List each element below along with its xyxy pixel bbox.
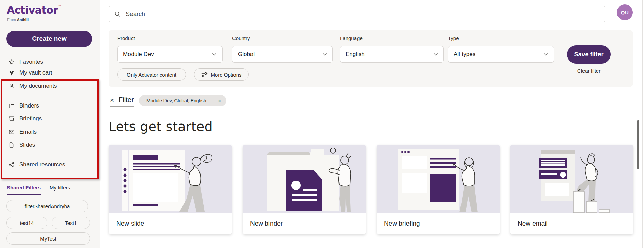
more-options-button[interactable]: More Options	[194, 68, 249, 81]
sidebar-item-label: My documents	[19, 83, 57, 89]
sidebar-item-briefings[interactable]: Briefings	[8, 114, 42, 123]
card-label: New email	[510, 213, 633, 234]
only-activator-content-toggle[interactable]: Only Activator content	[117, 68, 186, 81]
close-icon[interactable]: ×	[218, 98, 221, 104]
sidebar-item-favorites[interactable]: Favorites	[8, 57, 43, 66]
card-label: New slide	[109, 213, 232, 234]
applied-filter-chip[interactable]: Module Dev, Global, English ×	[139, 95, 226, 106]
new-email-card[interactable]: New email	[510, 145, 633, 234]
sidebar-item-label: Shared resources	[19, 161, 65, 168]
chevron-down-icon	[543, 53, 548, 56]
email-illustration	[510, 145, 633, 213]
country-label: Country	[232, 35, 250, 41]
more-options-label: More Options	[211, 72, 241, 78]
envelope-icon	[8, 129, 15, 135]
sidebar-item-my-vault-cart[interactable]: My vault cart	[8, 68, 52, 77]
applied-filter-title: Filter	[119, 96, 134, 104]
sidebar: Activator™ From Anthill Create new Favor…	[0, 0, 100, 248]
save-filter-button[interactable]: Save filter	[567, 45, 611, 64]
folder-icon	[8, 102, 15, 109]
file-icon	[8, 142, 15, 148]
page-title: Lets get started	[109, 119, 213, 134]
app-logo-text: Activator	[7, 4, 58, 16]
sidebar-item-slides[interactable]: Slides	[8, 140, 35, 149]
sidebar-item-shared-resources[interactable]: Shared resources	[8, 160, 65, 169]
sidebar-item-label: Emails	[19, 129, 37, 135]
create-new-button[interactable]: Create new	[6, 31, 92, 47]
activator-app: { "brand": {"name": "Activator", "tradem…	[0, 0, 644, 248]
sidebar-item-my-documents[interactable]: My documents	[8, 82, 57, 90]
chevron-down-icon	[433, 53, 438, 56]
card-label: New briefing	[377, 213, 500, 234]
product-value: Module Dev	[123, 51, 154, 58]
language-value: English	[346, 51, 365, 58]
country-value: Global	[238, 51, 255, 58]
chevron-down-icon	[212, 53, 217, 56]
scrollbar-thumb[interactable]	[637, 120, 639, 169]
tab-my-filters[interactable]: My filters	[50, 185, 70, 195]
clear-filter-label: Clear filter	[577, 68, 601, 75]
app-logo: Activator™	[7, 4, 62, 16]
sidebar-item-label: My vault cart	[19, 69, 52, 76]
new-slide-card[interactable]: New slide	[109, 145, 232, 234]
search-icon	[114, 11, 121, 18]
clear-filter-link[interactable]: Clear filter	[569, 68, 609, 74]
product-label: Product	[117, 35, 135, 41]
applied-filter-chip-label: Module Dev, Global, English	[146, 98, 206, 103]
saved-filter-tabs: Shared Filters My filters	[7, 185, 70, 195]
remove-all-filters-icon[interactable]: ×	[110, 97, 114, 104]
search-bar[interactable]	[109, 6, 605, 22]
saved-filter-chip[interactable]: test14	[6, 217, 47, 229]
new-briefing-card[interactable]: New briefing	[377, 145, 500, 234]
sidebar-item-label: Favorites	[19, 59, 43, 65]
card-label: New binder	[243, 213, 366, 234]
type-value: All types	[454, 51, 475, 58]
sliders-icon	[201, 72, 208, 78]
share-icon	[8, 161, 15, 168]
slide-illustration	[109, 145, 232, 213]
user-avatar[interactable]: QU	[617, 4, 633, 20]
language-select[interactable]: English	[340, 46, 444, 63]
scrollbar-track	[642, 0, 643, 248]
tagline-prefix: From	[7, 18, 16, 22]
saved-filter-chip[interactable]: filterSharedAndryha	[6, 200, 88, 212]
applied-filter-underline	[110, 106, 134, 107]
type-label: Type	[448, 35, 459, 41]
search-input[interactable]	[125, 10, 600, 18]
logo-tagline: From Anthill	[7, 18, 29, 22]
trademark-symbol: ™	[58, 4, 62, 9]
only-activator-label: Only Activator content	[127, 72, 176, 78]
product-select[interactable]: Module Dev	[117, 46, 223, 63]
briefing-box-icon	[8, 115, 15, 122]
sidebar-item-label: Briefings	[19, 115, 42, 122]
new-binder-card[interactable]: New binder	[243, 145, 366, 234]
section-divider	[109, 246, 629, 246]
sidebar-item-label: Slides	[19, 142, 35, 148]
tagline-brand: Anthill	[17, 18, 29, 22]
vault-icon	[8, 69, 15, 76]
sidebar-item-binders[interactable]: Binders	[8, 101, 39, 110]
sidebar-item-emails[interactable]: Emails	[8, 128, 37, 136]
saved-filter-chip[interactable]: Test1	[52, 217, 90, 229]
chevron-down-icon	[322, 53, 327, 56]
language-label: Language	[340, 35, 363, 41]
binder-illustration	[243, 145, 366, 213]
sidebar-item-label: Binders	[19, 102, 39, 109]
filter-panel: Product Country Language Type Module Dev…	[109, 30, 633, 87]
person-icon	[8, 83, 15, 89]
briefing-illustration	[377, 145, 500, 213]
tab-shared-filters[interactable]: Shared Filters	[7, 185, 41, 195]
type-select[interactable]: All types	[448, 46, 554, 63]
saved-filter-chip[interactable]: MyTest	[6, 232, 90, 245]
country-select[interactable]: Global	[232, 46, 333, 63]
star-icon	[8, 59, 15, 65]
